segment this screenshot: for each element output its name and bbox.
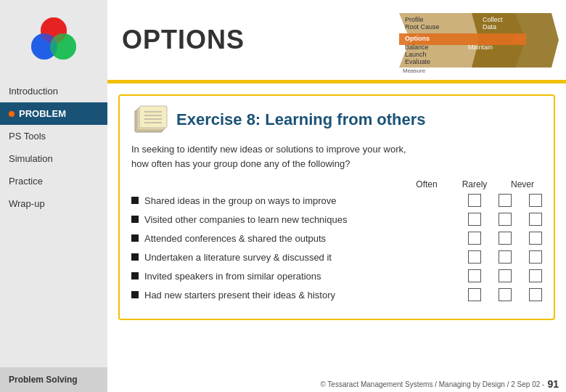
list-item: Shared ideas in the group on ways to imp… bbox=[131, 194, 542, 207]
nav-items: Introduction PROBLEM PS Tools Simulation… bbox=[0, 80, 107, 367]
footer: © Tessaract Management Systems / Managin… bbox=[107, 376, 566, 392]
header: OPTIONS Profile Root Cause Options Balan… bbox=[107, 0, 566, 80]
checkbox-rarely[interactable] bbox=[499, 213, 512, 226]
svg-rect-22 bbox=[139, 106, 167, 128]
sidebar-item-introduction[interactable]: Introduction bbox=[0, 80, 107, 102]
item-text: Had new starters present their ideas & h… bbox=[144, 290, 468, 301]
checkbox-never[interactable] bbox=[529, 232, 542, 245]
circles-logo bbox=[28, 15, 79, 65]
exercise-subtitle: In seeking to identify new ideas or solu… bbox=[131, 142, 542, 171]
checkboxes bbox=[468, 288, 542, 301]
list-item: Attended conferences & shared the output… bbox=[131, 232, 542, 245]
item-text: Undertaken a literature survey & discuss… bbox=[144, 252, 468, 263]
item-text: Shared ideas in the group on ways to imp… bbox=[144, 195, 468, 206]
checkbox-rarely[interactable] bbox=[499, 194, 512, 207]
list-item: Visited other companies to learn new tec… bbox=[131, 213, 542, 226]
checkbox-never[interactable] bbox=[529, 269, 542, 282]
main-content: OPTIONS Profile Root Cause Options Balan… bbox=[107, 0, 566, 392]
checkbox-rarely[interactable] bbox=[499, 288, 512, 301]
list-item: Undertaken a literature survey & discuss… bbox=[131, 250, 542, 264]
list-item: Had new starters present their ideas & h… bbox=[131, 288, 542, 301]
item-text: Attended conferences & shared the output… bbox=[144, 233, 468, 244]
svg-text:Maintain: Maintain bbox=[468, 44, 493, 51]
exercise-title: Exercise 8: Learning from others bbox=[176, 110, 426, 129]
checkboxes bbox=[468, 269, 542, 282]
checkbox-never[interactable] bbox=[529, 213, 542, 226]
svg-text:Profile: Profile bbox=[405, 16, 424, 23]
sidebar-item-simulation[interactable]: Simulation bbox=[0, 147, 107, 170]
checkboxes bbox=[468, 213, 542, 226]
exercise-header: Exercise 8: Learning from others bbox=[131, 105, 542, 135]
freq-rarely: Rarely bbox=[459, 179, 490, 189]
svg-text:Data: Data bbox=[483, 23, 496, 30]
sidebar-item-ps-tools[interactable]: PS Tools bbox=[0, 125, 107, 147]
checkbox-rarely[interactable] bbox=[499, 250, 512, 264]
notebook-icon bbox=[131, 105, 168, 135]
content-area: Exercise 8: Learning from others In seek… bbox=[107, 83, 566, 324]
bullet-icon bbox=[131, 253, 139, 261]
page-number: 91 bbox=[547, 378, 559, 390]
bullet-icon bbox=[131, 272, 139, 279]
item-text: Visited other companies to learn new tec… bbox=[144, 214, 468, 225]
bottom-nav-label: Problem Solving bbox=[0, 367, 107, 392]
svg-point-5 bbox=[50, 33, 76, 60]
sidebar-item-wrapup[interactable]: Wrap-up bbox=[0, 192, 107, 215]
checkbox-often[interactable] bbox=[468, 213, 481, 226]
svg-text:Evaluate: Evaluate bbox=[405, 58, 430, 65]
freq-often: Often bbox=[411, 179, 442, 189]
svg-text:Root Cause: Root Cause bbox=[405, 23, 440, 30]
nav-diagram: Profile Root Cause Options Balance Launc… bbox=[399, 6, 559, 75]
sidebar-item-practice[interactable]: Practice bbox=[0, 170, 107, 192]
checkbox-often[interactable] bbox=[468, 269, 481, 282]
sidebar: Introduction PROBLEM PS Tools Simulation… bbox=[0, 0, 107, 392]
checkbox-often[interactable] bbox=[468, 232, 481, 245]
svg-text:Measure: Measure bbox=[403, 68, 426, 74]
checkbox-never[interactable] bbox=[529, 250, 542, 264]
freq-never: Never bbox=[507, 179, 538, 189]
checkbox-never[interactable] bbox=[529, 288, 542, 301]
checkbox-rarely[interactable] bbox=[499, 232, 512, 245]
svg-text:Collect: Collect bbox=[483, 16, 503, 23]
bullet-icon bbox=[131, 291, 139, 298]
checkboxes bbox=[468, 194, 542, 207]
frequency-labels: Often Rarely Never bbox=[131, 179, 542, 189]
sidebar-item-problem[interactable]: PROBLEM bbox=[0, 102, 107, 125]
page-title: OPTIONS bbox=[122, 25, 245, 55]
bullet-icon bbox=[131, 234, 139, 242]
item-text: Invited speakers in from similar operati… bbox=[144, 271, 468, 282]
copyright-text: © Tessaract Management Systems / Managin… bbox=[320, 380, 544, 388]
checkbox-rarely[interactable] bbox=[499, 269, 512, 282]
bullet-icon bbox=[131, 197, 139, 204]
list-item: Invited speakers in from similar operati… bbox=[131, 269, 542, 282]
checkboxes bbox=[468, 250, 542, 264]
svg-text:Options: Options bbox=[405, 35, 430, 42]
checkbox-never[interactable] bbox=[529, 194, 542, 207]
checkbox-often[interactable] bbox=[468, 250, 481, 264]
checkbox-often[interactable] bbox=[468, 194, 481, 207]
logo-area bbox=[0, 0, 107, 80]
exercise-box: Exercise 8: Learning from others In seek… bbox=[118, 94, 555, 320]
checkboxes bbox=[468, 232, 542, 245]
svg-text:Launch: Launch bbox=[405, 51, 427, 58]
bullet-icon bbox=[131, 216, 139, 223]
checkbox-often[interactable] bbox=[468, 288, 481, 301]
svg-text:Balance: Balance bbox=[405, 44, 429, 51]
